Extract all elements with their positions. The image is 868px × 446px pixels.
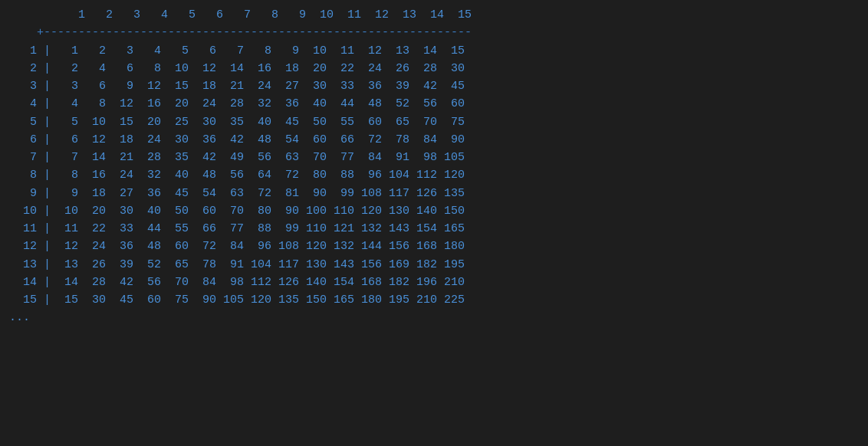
table-row: 13 | 13 26 39 52 65 78 91 104 117 130 14… (9, 256, 859, 274)
table-row: 12 | 12 24 36 48 60 72 84 96 108 120 132… (9, 238, 859, 255)
table-row: 7 | 7 14 21 28 35 42 49 56 63 70 77 84 9… (9, 149, 859, 166)
separator: +---------------------------------------… (9, 24, 859, 41)
terminal-window: 1 2 3 4 5 6 7 8 9 10 11 12 13 14 15 +---… (9, 6, 859, 327)
table-row: 15 | 15 30 45 60 75 90 105 120 135 150 1… (9, 291, 859, 309)
table-row: 1 | 1 2 3 4 5 6 7 8 9 10 11 12 13 14 15 (9, 42, 859, 60)
multiplication-table: 1 | 1 2 3 4 5 6 7 8 9 10 11 12 13 14 15 … (9, 42, 859, 310)
table-row: 3 | 3 6 9 12 15 18 21 24 27 30 33 36 39 … (9, 77, 859, 95)
col-header-row: 1 2 3 4 5 6 7 8 9 10 11 12 13 14 15 (9, 6, 859, 24)
table-row: 2 | 2 4 6 8 10 12 14 16 18 20 22 24 26 2… (9, 60, 859, 77)
table-row: 10 | 10 20 30 40 50 60 70 80 90 100 110 … (9, 202, 859, 220)
table-row: 6 | 6 12 18 24 30 36 42 48 54 60 66 72 7… (9, 131, 859, 149)
table-row: 4 | 4 8 12 16 20 24 28 32 36 40 44 48 52… (9, 95, 859, 113)
end-line: ... (9, 309, 859, 326)
table-row: 14 | 14 28 42 56 70 84 98 112 126 140 15… (9, 274, 859, 291)
table-row: 5 | 5 10 15 20 25 30 35 40 45 50 55 60 6… (9, 113, 859, 131)
table-row: 9 | 9 18 27 36 45 54 63 72 81 90 99 108 … (9, 185, 859, 202)
table-row: 8 | 8 16 24 32 40 48 56 64 72 80 88 96 1… (9, 166, 859, 184)
table-row: 11 | 11 22 33 44 55 66 77 88 99 110 121 … (9, 220, 859, 238)
